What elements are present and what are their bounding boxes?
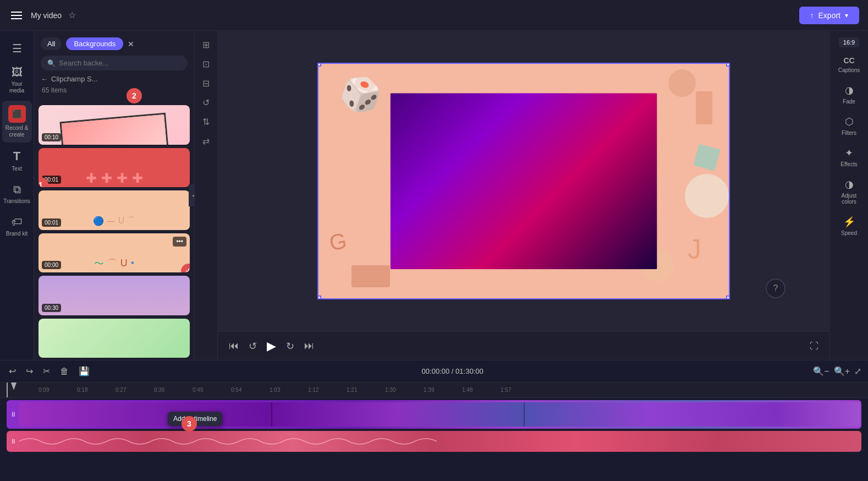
- list-item[interactable]: [39, 319, 190, 358]
- timeline-ruler: 0:09 0:18 0:27 0:36 0:45 0:54 1:03 1:12 …: [0, 382, 868, 398]
- speed-label: Speed: [841, 230, 857, 236]
- sidebar-item-brand-kit[interactable]: 🏷 Brand kit: [2, 211, 32, 242]
- preview-wrapper: 🎲 G J: [317, 63, 730, 299]
- track-pause-icon: ⏸: [10, 411, 17, 418]
- handle-top-left[interactable]: [317, 63, 321, 67]
- record-icon: ⬛: [8, 105, 26, 123]
- back-arrow-icon: ←: [41, 75, 48, 83]
- ruler-mark: 1:21: [347, 387, 357, 393]
- crop-icon[interactable]: ⊞: [200, 37, 212, 52]
- timeline-area: ↩ ↪ ✂ 🗑 💾 00:00:00 / 01:30:00 🔍− 🔍+ ⤢ 0:…: [0, 360, 868, 481]
- layout-icon[interactable]: ⊟: [200, 76, 212, 91]
- sidebar-item-text[interactable]: T Text: [2, 145, 32, 177]
- duration-badge: 00:01: [42, 218, 61, 227]
- ruler-mark: 1:57: [501, 387, 511, 393]
- timeline-zoom: 🔍− 🔍+ ⤢: [813, 366, 861, 376]
- left-sidebar: ☰ 🖼 Your media ⬛ Record &create T Text ⧉…: [0, 31, 34, 360]
- handle-bottom-right[interactable]: [726, 296, 730, 299]
- export-arrow-icon: ↑: [810, 11, 814, 20]
- tab-backgrounds[interactable]: Backgrounds: [66, 37, 123, 50]
- timeline-time-display: 00:00:00 / 01:30:00: [422, 367, 484, 375]
- export-button[interactable]: ↑ Export ▾: [799, 7, 859, 24]
- list-item[interactable]: 🔵 — U ⌒ 00:01: [39, 190, 190, 230]
- rotate-icon[interactable]: ↺: [200, 95, 212, 110]
- step-3-badge: 3: [182, 416, 197, 431]
- right-tool-speed[interactable]: ⚡ Speed: [833, 211, 866, 240]
- audio-track[interactable]: ⏸: [7, 431, 861, 452]
- timeline-tracks: ⏸ ⏸: [0, 398, 868, 481]
- handle-bottom-left[interactable]: [317, 296, 321, 299]
- aspect-ratio-badge[interactable]: 16:9: [839, 37, 859, 47]
- help-button[interactable]: ?: [766, 278, 785, 298]
- play-button[interactable]: ▶: [267, 339, 276, 353]
- playback-controls: ⏮ ↺ ▶ ↻ ⏭: [229, 339, 314, 353]
- adjust-colors-icon: ◑: [845, 178, 854, 190]
- right-tool-effects[interactable]: ✦ Effects: [833, 143, 866, 172]
- menu-icon[interactable]: [9, 9, 24, 21]
- sidebar-label-transitions: Transitions: [3, 198, 30, 205]
- flip-icon[interactable]: ⇅: [200, 114, 212, 129]
- tab-all[interactable]: All: [41, 37, 62, 50]
- timeline-toolbar: ↩ ↪ ✂ 🗑 💾 00:00:00 / 01:30:00 🔍− 🔍+ ⤢: [0, 360, 868, 382]
- mirror-icon[interactable]: ⇄: [200, 134, 212, 149]
- back-nav[interactable]: ← Clipchamp S...: [41, 75, 188, 83]
- resize-icon[interactable]: ⊡: [200, 57, 212, 72]
- zoom-in-button[interactable]: 🔍+: [834, 366, 850, 376]
- zoom-out-button[interactable]: 🔍−: [813, 366, 829, 376]
- search-input[interactable]: [59, 59, 158, 67]
- rewind-button[interactable]: ↺: [249, 340, 257, 352]
- tab-close-button[interactable]: ✕: [128, 40, 134, 48]
- redo-button[interactable]: ↪: [24, 364, 35, 379]
- panel-grid: 00:10 ✚ ✚ ✚ ✚ 00:01 1 🔵 — U: [34, 103, 194, 360]
- right-tool-fade[interactable]: ◑ Fade: [833, 80, 866, 109]
- save-button[interactable]: 💾: [76, 364, 92, 379]
- topbar: My video ☆ ↑ Export ▾: [0, 0, 868, 31]
- cut-button[interactable]: ✂: [41, 364, 52, 379]
- adjust-colors-label: Adjust colors: [835, 193, 864, 205]
- timeline-cursor[interactable]: [7, 382, 8, 397]
- handle-top-right[interactable]: [726, 63, 730, 67]
- preview-frame: 🎲 G J: [317, 63, 730, 299]
- right-tool-captions[interactable]: CC Captions: [833, 52, 866, 78]
- sidebar-item-menu[interactable]: ☰: [2, 37, 32, 59]
- list-item[interactable]: 🌙 00:30: [39, 276, 190, 315]
- duration-badge: 00:10: [42, 133, 61, 141]
- star-icon[interactable]: ☆: [68, 10, 76, 20]
- ruler-mark: 1:03: [270, 387, 280, 393]
- duration-badge: 00:30: [42, 304, 61, 312]
- skip-back-button[interactable]: ⏮: [229, 340, 239, 352]
- video-title[interactable]: My video: [31, 11, 62, 20]
- forward-button[interactable]: ↻: [286, 340, 294, 352]
- fullscreen-button[interactable]: ⛶: [810, 341, 818, 351]
- ruler-mark: 0:09: [39, 387, 49, 393]
- right-tool-adjust-colors[interactable]: ◑ Adjust colors: [833, 174, 866, 209]
- transitions-icon: ⧉: [13, 183, 21, 196]
- delete-button[interactable]: 🗑: [58, 364, 71, 379]
- preview-background: 🎲 G J: [318, 64, 729, 298]
- video-track[interactable]: ⏸: [7, 400, 861, 429]
- fit-timeline-button[interactable]: ⤢: [854, 366, 861, 376]
- panel-collapse-button[interactable]: ◀: [189, 184, 195, 206]
- more-options-button[interactable]: •••: [173, 237, 186, 247]
- text-icon: T: [13, 149, 20, 163]
- list-item[interactable]: 〜 ⌒ U • 00:00 ••• +: [39, 233, 190, 273]
- hamburger-icon: ☰: [12, 42, 22, 55]
- ruler-mark: 1:12: [308, 387, 318, 393]
- ruler-mark: 0:27: [116, 387, 126, 393]
- search-icon: 🔍: [47, 59, 56, 67]
- sidebar-item-your-media[interactable]: 🖼 Your media: [2, 62, 32, 99]
- ruler-mark: 0:18: [77, 387, 87, 393]
- brand-icon: 🏷: [12, 216, 23, 228]
- sidebar-label-record-create: Record &create: [6, 125, 29, 138]
- main-area: ☰ 🖼 Your media ⬛ Record &create T Text ⧉…: [0, 31, 868, 360]
- skip-forward-button[interactable]: ⏭: [304, 340, 314, 352]
- list-item[interactable]: ✚ ✚ ✚ ✚ 00:01 1: [39, 148, 190, 188]
- track-content: [19, 402, 860, 427]
- undo-button[interactable]: ↩: [7, 364, 18, 379]
- list-item[interactable]: 00:10: [39, 105, 190, 145]
- items-count: 65 items: [41, 86, 188, 94]
- fade-label: Fade: [843, 99, 855, 105]
- sidebar-item-record-create[interactable]: ⬛ Record &create: [2, 101, 32, 143]
- sidebar-item-transitions[interactable]: ⧉ Transitions: [2, 179, 32, 209]
- right-tool-filters[interactable]: ⬡ Filters: [833, 111, 866, 140]
